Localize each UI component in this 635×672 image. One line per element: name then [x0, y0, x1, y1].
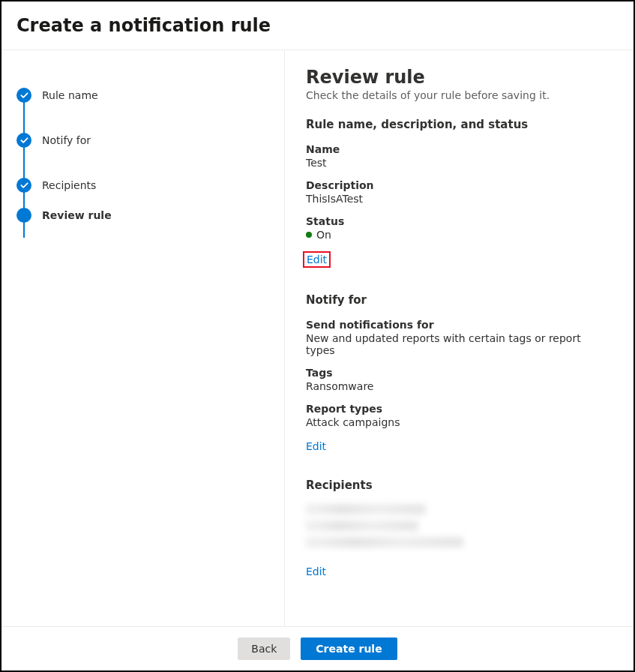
field-value: ThisIsATest	[306, 193, 613, 205]
check-icon	[16, 133, 31, 148]
check-icon	[16, 88, 31, 103]
field-value: Attack campaigns	[306, 416, 613, 428]
recipient-redacted	[306, 504, 426, 514]
section-heading-rule-info: Rule name, description, and status	[306, 118, 613, 131]
review-subtitle: Check the details of your rule before sa…	[306, 89, 613, 101]
field-label: Description	[306, 179, 613, 191]
field-status: Status On	[306, 215, 613, 241]
field-value: Ransomware	[306, 380, 613, 392]
steps-list: Rule name Notify for Recipients	[16, 73, 269, 223]
recipient-redacted	[306, 520, 418, 531]
status-dot-icon	[306, 232, 312, 238]
wizard-content: Review rule Check the details of your ru…	[285, 50, 634, 626]
status-value: On	[316, 229, 331, 241]
header: Create a notification rule	[1, 2, 634, 50]
review-title: Review rule	[306, 67, 613, 88]
field-value: Test	[306, 157, 613, 169]
page-title: Create a notification rule	[16, 15, 619, 36]
step-label: Rule name	[42, 89, 98, 101]
step-notify-for[interactable]: Notify for	[16, 118, 269, 163]
wizard-body: Rule name Notify for Recipients	[1, 50, 634, 626]
field-report-types: Report types Attack campaigns	[306, 403, 613, 428]
wizard-window: Create a notification rule Rule name No	[0, 0, 635, 672]
step-review-rule[interactable]: Review rule	[16, 208, 269, 223]
field-description: Description ThisIsATest	[306, 179, 613, 205]
wizard-steps-sidebar: Rule name Notify for Recipients	[1, 50, 285, 626]
field-tags: Tags Ransomware	[306, 367, 613, 392]
check-icon	[16, 178, 31, 193]
field-label: Report types	[306, 403, 613, 415]
field-value: New and updated reports with certain tag…	[306, 332, 613, 356]
field-label: Tags	[306, 367, 613, 379]
step-label: Review rule	[42, 209, 112, 221]
current-step-icon	[16, 208, 31, 223]
step-rule-name[interactable]: Rule name	[16, 73, 269, 118]
back-button[interactable]: Back	[238, 638, 290, 660]
edit-recipients-link[interactable]: Edit	[306, 566, 326, 578]
field-send-notifications-for: Send notifications for New and updated r…	[306, 319, 613, 356]
edit-rule-info-link[interactable]: Edit	[303, 251, 331, 268]
recipients-list	[306, 504, 613, 548]
step-recipients[interactable]: Recipients	[16, 163, 269, 208]
section-heading-notify-for: Notify for	[306, 293, 613, 307]
status-row: On	[306, 229, 613, 241]
step-label: Notify for	[42, 134, 91, 146]
wizard-footer: Back Create rule	[1, 626, 634, 670]
field-label: Status	[306, 215, 613, 227]
field-name: Name Test	[306, 143, 613, 169]
field-label: Name	[306, 143, 613, 155]
section-heading-recipients: Recipients	[306, 478, 613, 492]
edit-notify-for-link[interactable]: Edit	[306, 440, 326, 452]
step-label: Recipients	[42, 179, 96, 191]
recipient-redacted	[306, 537, 463, 548]
field-label: Send notifications for	[306, 319, 613, 331]
create-rule-button[interactable]: Create rule	[301, 638, 397, 660]
